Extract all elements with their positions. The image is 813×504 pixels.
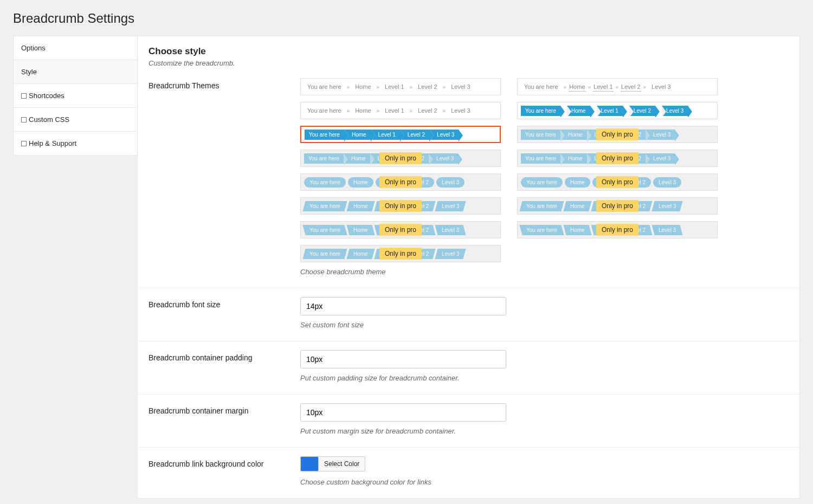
- theme-option-pro-10[interactable]: You are here Home Level 1 Level 2 Level …: [300, 245, 501, 262]
- crumb-l2: Level 2: [629, 106, 655, 116]
- field-label-margin: Breadcrumb container margin: [149, 403, 300, 435]
- crumb-l3: Level 3: [646, 130, 675, 140]
- crumb-l3: Level 3: [648, 82, 674, 92]
- tab-shortcodes[interactable]: Shortcodes: [13, 83, 138, 107]
- crumb-home: Home: [563, 201, 591, 211]
- theme-option-plain2[interactable]: You are here » Home » Level 1 » Level 2 …: [300, 102, 501, 119]
- field-hint-linkbg: Choose custom background color for links: [300, 478, 789, 486]
- field-label-fontsize: Breadcrumb font size: [149, 297, 300, 329]
- crumb-l2: Level 2: [415, 106, 440, 115]
- margin-input[interactable]: [300, 403, 506, 422]
- tab-label: Custom CSS: [29, 115, 69, 124]
- separator-icon: »: [347, 108, 350, 114]
- font-size-input[interactable]: [300, 297, 506, 315]
- theme-option-pro-7[interactable]: You are here Home Level 1 Level 2 Level …: [517, 197, 718, 215]
- field-label-themes: Breadcrumb Themes: [149, 78, 300, 276]
- color-picker[interactable]: Select Color: [300, 456, 365, 471]
- pro-badge: Only in pro: [596, 176, 638, 188]
- tab-label: Options: [21, 44, 46, 52]
- crumb-home: Home: [346, 201, 375, 211]
- crumb-home: Home: [352, 106, 374, 115]
- crumb-l3: Level 3: [436, 177, 464, 188]
- crumb-prefix: You are here: [302, 249, 347, 259]
- crumb-home: Home: [560, 130, 587, 140]
- theme-option-pro-5[interactable]: You are here Home Level 1 Level 2 Level …: [517, 173, 718, 191]
- tab-custom-css[interactable]: Custom CSS: [13, 107, 138, 131]
- crumb-l1: Level 1: [597, 106, 623, 116]
- crumb-prefix: You are here: [521, 106, 560, 116]
- padding-input[interactable]: [300, 350, 506, 369]
- crumb-l2: Level 2: [621, 82, 641, 92]
- crumb-prefix: You are here: [302, 225, 347, 235]
- field-hint-padding: Put custom padding size for breadcrumb c…: [300, 374, 789, 382]
- crumb-l3: Level 3: [429, 130, 459, 140]
- color-swatch[interactable]: [301, 457, 318, 471]
- crumb-prefix: You are here: [521, 153, 560, 164]
- page-title: Breadcrumb Settings: [13, 11, 800, 26]
- crumb-prefix: You are here: [304, 177, 346, 188]
- crumb-prefix: You are here: [521, 177, 563, 188]
- pro-badge: Only in pro: [379, 152, 422, 164]
- crumb-home: Home: [565, 177, 590, 188]
- box-icon: [21, 93, 27, 99]
- theme-option-pro-3[interactable]: You are here Home Level 1 Level 2 Level …: [517, 150, 718, 167]
- separator-icon: »: [443, 84, 446, 90]
- crumb-prefix: You are here: [304, 106, 345, 115]
- tab-label: Shortcodes: [29, 92, 64, 100]
- pro-badge: Only in pro: [596, 200, 638, 212]
- tab-help-support[interactable]: Help & Support: [13, 131, 138, 156]
- crumb-l3: Level 3: [448, 82, 473, 92]
- crumb-l1: Level 1: [382, 82, 407, 92]
- crumb-l1: Level 1: [371, 130, 400, 140]
- theme-option-pro-6[interactable]: You are here Home Level 1 Level 2 Level …: [300, 197, 501, 215]
- separator-icon: »: [643, 84, 647, 90]
- crumb-l3: Level 3: [448, 106, 473, 115]
- theme-option-arrowbox[interactable]: You are here Home Level 1 Level 2 Level …: [517, 102, 718, 119]
- theme-option-pro-1[interactable]: You are here Home Level 1 Level 2 Level …: [517, 126, 718, 143]
- theme-option-pro-9[interactable]: You are here Home Level 1 Level 2 Level …: [517, 221, 718, 238]
- crumb-prefix: You are here: [305, 130, 344, 140]
- field-hint-themes: Choose breadcrumb theme: [300, 268, 789, 276]
- tab-options[interactable]: Options: [13, 36, 138, 60]
- theme-option-arrows-selected[interactable]: You are here Home Level 1 Level 2 Level …: [300, 126, 501, 143]
- crumb-home: Home: [560, 153, 587, 164]
- section-heading: Choose style: [149, 46, 789, 57]
- crumb-l1: Level 1: [593, 82, 613, 92]
- separator-icon: »: [443, 108, 446, 114]
- pro-badge: Only in pro: [379, 176, 422, 188]
- crumb-home: Home: [346, 225, 375, 235]
- field-label-padding: Breadcrumb container padding: [149, 350, 300, 382]
- crumb-l3: Level 3: [435, 225, 466, 235]
- crumb-home: Home: [346, 249, 375, 259]
- crumb-home: Home: [569, 82, 585, 92]
- separator-icon: »: [564, 84, 567, 90]
- separator-icon: »: [616, 84, 619, 90]
- select-color-button[interactable]: Select Color: [318, 457, 365, 470]
- crumb-l3: Level 3: [652, 201, 683, 211]
- pro-badge: Only in pro: [596, 128, 638, 140]
- crumb-prefix: You are here: [304, 153, 344, 164]
- crumb-home: Home: [563, 225, 591, 235]
- pro-badge: Only in pro: [379, 224, 422, 236]
- theme-option-links[interactable]: You are here » Home » Level 1 » Level 2 …: [517, 78, 718, 95]
- crumb-l3: Level 3: [653, 177, 681, 188]
- theme-option-pro-8[interactable]: You are here Home Level 1 Level 2 Level …: [300, 221, 501, 238]
- crumb-l3: Level 3: [662, 106, 688, 116]
- tab-style[interactable]: Style: [13, 60, 138, 83]
- section-description: Customize the breadcrumb.: [149, 59, 789, 67]
- theme-option-pro-4[interactable]: You are here Home Level 1 Level 2 Level …: [300, 173, 501, 191]
- themes-grid: You are here » Home » Level 1 » Level 2 …: [300, 78, 789, 262]
- theme-option-pro-2[interactable]: You are here Home Level 1 Level 2 Level …: [300, 150, 501, 167]
- separator-icon: »: [410, 84, 413, 90]
- crumb-l2: Level 2: [415, 82, 440, 92]
- crumb-home: Home: [567, 106, 590, 116]
- crumb-l3: Level 3: [435, 201, 466, 211]
- separator-icon: »: [377, 108, 380, 114]
- pro-badge: Only in pro: [596, 224, 638, 236]
- crumb-prefix: You are here: [519, 225, 564, 235]
- pro-badge: Only in pro: [596, 152, 638, 164]
- theme-option-plain[interactable]: You are here » Home » Level 1 » Level 2 …: [300, 78, 501, 95]
- crumb-l3: Level 3: [435, 249, 466, 259]
- pro-badge: Only in pro: [379, 248, 422, 260]
- crumb-prefix: You are here: [304, 82, 345, 92]
